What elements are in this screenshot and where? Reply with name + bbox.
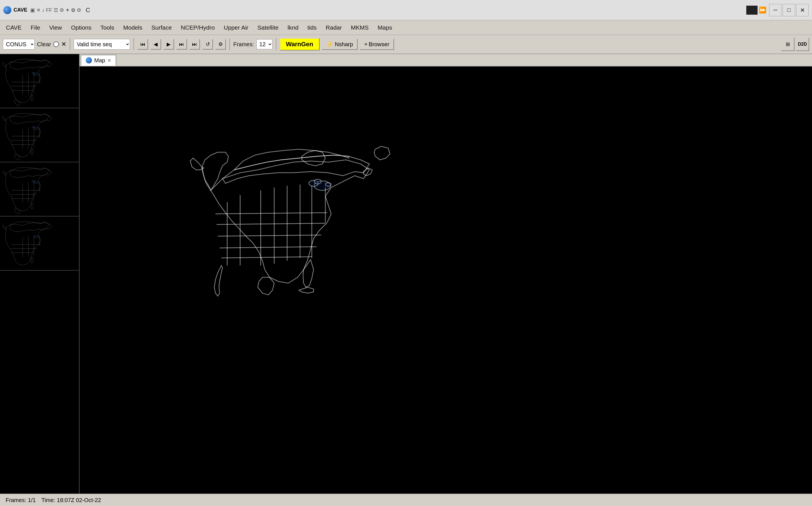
main-area: Map ✕ <box>0 54 812 494</box>
menu-models[interactable]: Models <box>119 23 147 32</box>
first-frame-button[interactable]: ⏮ <box>137 39 148 50</box>
svg-point-43 <box>325 183 331 186</box>
settings-button[interactable]: ⚙ <box>215 39 226 50</box>
warngen-button[interactable]: WarnGen <box>280 38 319 51</box>
map-tab[interactable]: Map ✕ <box>81 55 116 66</box>
d2d-button[interactable]: D2D <box>796 37 809 51</box>
time-status: Time: 18:07Z 02-Oct-22 <box>42 497 101 503</box>
menu-lknd[interactable]: lknd <box>284 23 303 32</box>
title-icon-symbols: ▣ ✕ ♪ FF ☰ ⚙ ✦ ✿ ⚙ <box>30 7 81 13</box>
menu-options[interactable]: Options <box>67 23 96 32</box>
menu-tools[interactable]: Tools <box>96 23 119 32</box>
prev-frame-button[interactable]: ◀ <box>150 39 161 50</box>
map-area: Map ✕ <box>80 54 812 494</box>
nsharp-icon: ⚡ <box>326 41 334 48</box>
separator-3 <box>229 38 230 51</box>
thumbnail-1[interactable] <box>0 54 79 108</box>
map-canvas[interactable] <box>80 67 812 494</box>
minimize-button[interactable]: ─ <box>769 4 782 16</box>
record-indicator <box>746 6 757 15</box>
loop-button[interactable]: ⏭ <box>189 39 200 50</box>
d2d-area: ⊞ D2D <box>781 37 809 51</box>
thumbnail-4[interactable] <box>0 217 79 271</box>
panel-icon[interactable]: ⊞ <box>781 37 795 51</box>
frames-select[interactable]: 1 2 4 6 8 12 18 24 <box>256 39 273 49</box>
app-icon <box>3 6 11 14</box>
clear-radio[interactable] <box>53 41 59 47</box>
clear-label: Clear <box>37 41 51 48</box>
restore-button[interactable]: □ <box>783 4 795 16</box>
title-icon-area: CAVE ▣ ✕ ♪ FF ☰ ⚙ ✦ ✿ ⚙ <box>3 6 81 14</box>
forward-icon: ⏩ <box>759 6 766 14</box>
menu-cave[interactable]: CAVE <box>2 23 26 32</box>
svg-point-29 <box>32 180 35 182</box>
map-tab-close-icon[interactable]: ✕ <box>107 58 111 63</box>
map-tab-bar: Map ✕ <box>80 54 812 67</box>
svg-rect-39 <box>101 67 790 494</box>
map-tab-globe-icon <box>86 57 92 64</box>
menu-satellite[interactable]: Satellite <box>253 23 283 32</box>
nsharp-button[interactable]: ⚡ Nsharp <box>322 38 358 50</box>
svg-point-19 <box>32 126 35 128</box>
refresh-button[interactable]: ↺ <box>202 39 213 50</box>
svg-point-38 <box>34 235 39 238</box>
menu-tids[interactable]: tids <box>303 23 321 32</box>
status-bar: Frames: 1/1 Time: 18:07Z 02-Oct-22 <box>0 494 812 506</box>
conus-select[interactable]: CONUS Regional Local <box>3 39 35 50</box>
thumbnail-2[interactable] <box>0 108 79 162</box>
frames-label: Frames: <box>233 41 254 48</box>
window-controls: ─ □ ✕ <box>769 4 809 16</box>
menu-radar[interactable]: Radar <box>321 23 346 32</box>
left-panel <box>0 54 80 494</box>
clear-x-icon[interactable]: ✕ <box>61 40 66 48</box>
separator-2 <box>133 38 134 51</box>
menu-surface[interactable]: Surface <box>147 23 176 32</box>
cave-label: CAVE <box>13 7 27 13</box>
next-frame-button[interactable]: ▶ <box>163 39 174 50</box>
menu-bar: CAVE File View Options Tools Models Surf… <box>0 20 812 35</box>
menu-file[interactable]: File <box>26 23 45 32</box>
svg-point-42 <box>314 179 321 184</box>
plus-icon: + <box>364 41 368 48</box>
valid-time-select[interactable]: Valid time seq <box>74 39 130 50</box>
close-button[interactable]: ✕ <box>796 4 809 16</box>
frames-status: Frames: 1/1 <box>6 497 36 503</box>
last-frame-button[interactable]: ⏭ <box>176 39 187 50</box>
menu-view[interactable]: View <box>45 23 66 32</box>
separator-4 <box>276 38 276 51</box>
menu-maps[interactable]: Maps <box>373 23 396 32</box>
toolbar: CONUS Regional Local Clear ✕ Valid time … <box>0 35 812 54</box>
browser-button[interactable]: + Browser <box>360 38 394 50</box>
map-tab-label: Map <box>94 57 105 64</box>
menu-ncep-hydro[interactable]: NCEP/Hydro <box>176 23 219 32</box>
title-bar: CAVE ▣ ✕ ♪ FF ☰ ⚙ ✦ ✿ ⚙ C ⏩ ─ □ ✕ <box>0 0 812 20</box>
svg-point-9 <box>32 72 35 74</box>
title-text: C <box>84 6 743 14</box>
menu-mkms[interactable]: MKMS <box>347 23 373 32</box>
thumbnail-3[interactable] <box>0 162 79 217</box>
separator-1 <box>70 38 70 51</box>
menu-upper-air[interactable]: Upper Air <box>219 23 253 32</box>
